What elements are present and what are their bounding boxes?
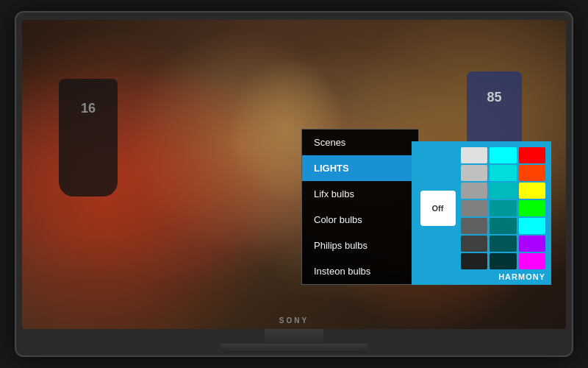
color-column-1 bbox=[490, 147, 516, 269]
menu-item-lights[interactable]: LIGHTS bbox=[302, 155, 418, 181]
color-swatch-1-0[interactable] bbox=[490, 147, 516, 163]
menu-item-color-bulbs[interactable]: Color bulbs bbox=[302, 207, 418, 233]
color-swatch-0-2[interactable] bbox=[461, 183, 487, 199]
color-swatch-0-5[interactable] bbox=[461, 236, 487, 252]
off-button-area: Off bbox=[417, 147, 458, 269]
color-swatch-0-4[interactable] bbox=[461, 218, 487, 234]
color-swatch-1-1[interactable] bbox=[490, 165, 516, 181]
tv-outer: SONY ScenesLIGHTSLifx bulbsColor bulbsPh… bbox=[15, 11, 573, 357]
color-swatch-0-3[interactable] bbox=[461, 200, 487, 216]
color-swatch-0-1[interactable] bbox=[461, 165, 487, 181]
menu-item-philips-bulbs[interactable]: Philips bulbs bbox=[302, 233, 418, 258]
color-swatch-2-6[interactable] bbox=[519, 253, 545, 269]
menu-item-scenes[interactable]: Scenes bbox=[302, 130, 418, 155]
color-column-2 bbox=[519, 147, 545, 269]
color-swatch-1-2[interactable] bbox=[490, 183, 516, 199]
color-swatch-1-6[interactable] bbox=[490, 253, 516, 269]
color-swatch-2-5[interactable] bbox=[519, 236, 545, 252]
color-swatch-2-4[interactable] bbox=[519, 218, 545, 234]
color-swatch-1-5[interactable] bbox=[490, 236, 516, 252]
tv-stand-neck bbox=[265, 329, 323, 344]
color-swatch-2-1[interactable] bbox=[519, 165, 545, 181]
color-swatch-0-6[interactable] bbox=[461, 253, 487, 269]
color-swatch-0-0[interactable] bbox=[461, 147, 487, 163]
tv-stand-base bbox=[220, 344, 368, 353]
player-16 bbox=[59, 79, 118, 197]
color-swatch-2-2[interactable] bbox=[519, 183, 545, 199]
color-column-0 bbox=[461, 147, 487, 269]
color-swatch-2-0[interactable] bbox=[519, 147, 545, 163]
harmony-label: HARMONY bbox=[417, 269, 545, 281]
color-swatch-1-4[interactable] bbox=[490, 218, 516, 234]
color-columns bbox=[461, 147, 545, 269]
color-swatch-2-3[interactable] bbox=[519, 200, 545, 216]
color-panel-content: Off bbox=[417, 147, 545, 269]
color-swatch-1-3[interactable] bbox=[490, 200, 516, 216]
menu-item-lifx-bulbs[interactable]: Lifx bulbs bbox=[302, 181, 418, 207]
tv-screen: SONY ScenesLIGHTSLifx bulbsColor bulbsPh… bbox=[22, 20, 566, 329]
menu-panel: ScenesLIGHTSLifx bulbsColor bulbsPhilips… bbox=[301, 129, 419, 285]
menu-item-insteon-bulbs[interactable]: Insteon bulbs bbox=[302, 258, 418, 284]
off-button[interactable]: Off bbox=[420, 191, 456, 226]
color-panel: Off HARMONY bbox=[412, 141, 551, 285]
sony-brand: SONY bbox=[279, 316, 309, 325]
